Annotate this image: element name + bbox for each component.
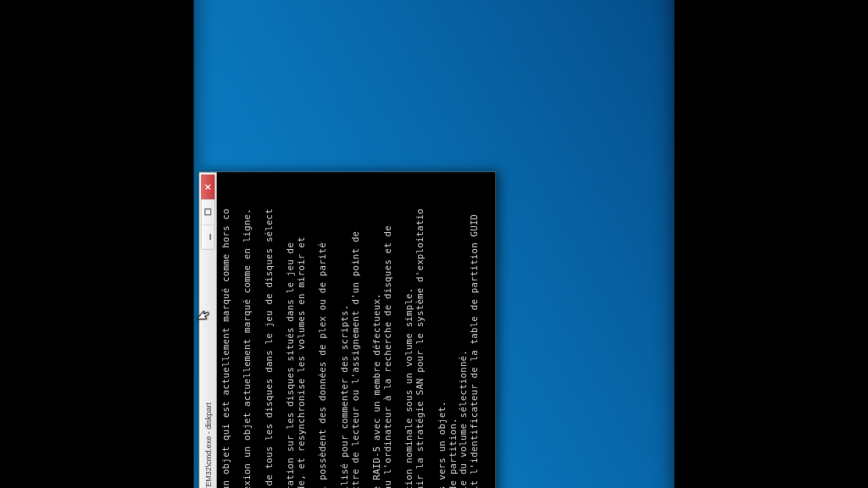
window-titlebar[interactable]: Sélectionner Administrateur : X:\windows… <box>199 172 217 488</box>
desc-rem: - Ne fait rien. Utilisé pour commenter d… <box>339 305 350 488</box>
minimize-button[interactable] <box>201 225 215 250</box>
desc-uniqueid: - Affiche ou définit l'identificateur de… <box>469 214 490 488</box>
desc-remove: - Supprimer une lettre de lecteur ou l'a… <box>350 231 371 488</box>
maximize-button[interactable] <box>201 199 215 224</box>
desc-setid: - Changer le type de partition. <box>447 418 458 488</box>
desc-offline: - Mettre hors connexion un objet actuell… <box>242 208 253 488</box>
desc-online: - Mettre en ligne un objet qui est actue… <box>220 208 242 488</box>
desc-san: - Afficher ou définir la stratégie SAN p… <box>415 208 436 488</box>
desc-select: - Déplacer le focus vers un objet. <box>437 401 448 488</box>
maximize-icon <box>204 208 211 215</box>
minimize-icon <box>204 233 211 240</box>
close-button[interactable] <box>201 175 215 199</box>
desktop-background: Sélectionner Administrateur : X:\windows… <box>193 0 674 488</box>
window-buttons <box>201 175 215 250</box>
window-title: Sélectionner Administrateur : X:\windows… <box>203 402 212 488</box>
svg-rect-0 <box>209 234 210 240</box>
desc-recover: - Actualise l'état de tous les disques d… <box>264 208 339 488</box>
command-prompt-window: Sélectionner Administrateur : X:\windows… <box>198 172 495 488</box>
viewport: Sélectionner Administrateur : X:\windows… <box>0 0 868 488</box>
close-icon <box>204 184 211 191</box>
desc-repair: - Réparer un volume RAID-5 avec un membr… <box>371 293 382 488</box>
desc-retain: - Placer une partition nominale sous un … <box>403 288 415 488</box>
desc-rescan: - Analyser à nouveau l'ordinateur à la r… <box>382 225 403 488</box>
console-output[interactable]: ONLINE - Mettre en ligne un objet qui es… <box>217 172 495 488</box>
svg-rect-1 <box>205 209 211 215</box>
desc-shrink: - Réduisez la taille du volume sélection… <box>458 350 469 488</box>
